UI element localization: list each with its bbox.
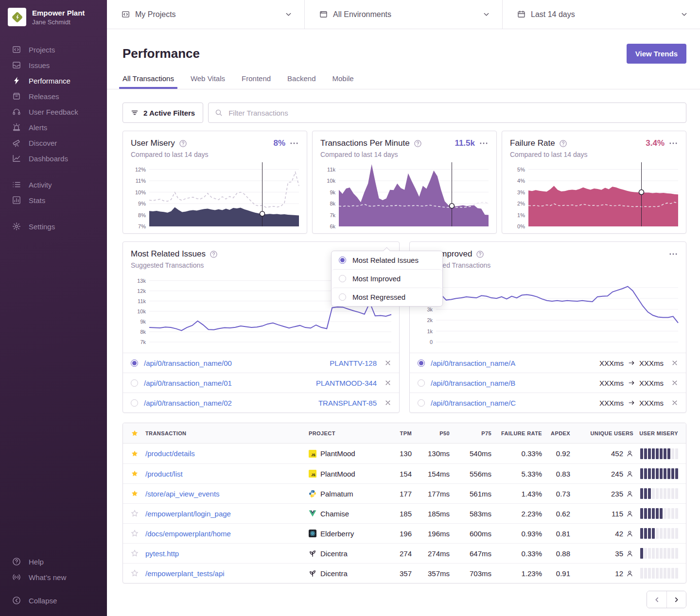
transaction-link[interactable]: /product/details (145, 449, 309, 458)
sidebar-item-alerts[interactable]: Alerts (0, 120, 107, 135)
tab-frontend[interactable]: Frontend (242, 74, 271, 89)
transaction-radio[interactable] (418, 359, 425, 367)
user-misery-menu-button[interactable] (289, 139, 299, 148)
misery-bar (667, 448, 670, 459)
unique-users-value: 235 (611, 490, 623, 498)
topbar: My Projects All Environments Last 14 day… (107, 0, 700, 29)
menu-item-most-improved[interactable]: Most Improved (332, 269, 442, 288)
date-range-dropdown[interactable]: Last 14 days (503, 0, 700, 29)
project-filter-dropdown[interactable]: My Projects (107, 0, 305, 29)
next-page-button[interactable] (666, 591, 686, 608)
list-item: /api/0/transaction_name/AXXXmsXXXms (410, 353, 686, 373)
remove-icon[interactable] (671, 359, 678, 366)
column-header-tpm[interactable]: TPM (381, 430, 412, 436)
transaction-radio[interactable] (131, 399, 138, 407)
transaction-link[interactable]: /api/0/transaction_name/B (431, 379, 594, 387)
favorite-star-icon[interactable] (131, 490, 145, 497)
help-icon[interactable] (179, 139, 187, 148)
star-outline-icon[interactable] (131, 510, 145, 517)
project-name: Dicentra (320, 549, 348, 558)
transaction-radio[interactable] (418, 399, 425, 407)
arrow-right-icon (628, 359, 635, 366)
column-header-transaction[interactable]: TRANSACTION (145, 430, 309, 436)
active-filters-button[interactable]: 2 Active Filters (122, 103, 203, 123)
transaction-radio[interactable] (418, 379, 425, 387)
sidebar-item-projects[interactable]: Projects (0, 42, 107, 57)
column-header-user-misery[interactable]: USER MISERY (633, 430, 678, 436)
issue-tag[interactable]: PLANTMOOD-344 (316, 379, 377, 387)
sidebar-item-what-s-new[interactable]: What’s new (0, 569, 107, 585)
environment-filter-dropdown[interactable]: All Environments (305, 0, 503, 29)
misery-bar (675, 508, 678, 519)
view-trends-button[interactable]: View Trends (627, 44, 686, 64)
sidebar-item-performance[interactable]: Performance (0, 73, 107, 88)
tab-backend[interactable]: Backend (287, 74, 315, 89)
table-row: /product/detailsJSPlantMood130130ms540ms… (123, 444, 686, 463)
transaction-link[interactable]: /product/list (145, 470, 309, 478)
tpm-menu-button[interactable] (479, 139, 489, 148)
sidebar: Empower Plant Jane Schmidt ProjectsIssue… (0, 0, 107, 616)
transaction-link[interactable]: /api/0/transaction_name/00 (144, 359, 324, 367)
remove-icon[interactable] (671, 379, 678, 386)
column-header-apdex[interactable]: APDEX (542, 430, 570, 436)
remove-icon[interactable] (385, 379, 391, 386)
transaction-link[interactable]: /api/0/transaction_name/A (431, 359, 594, 367)
sidebar-item-issues[interactable]: Issues (0, 57, 107, 73)
transaction-link[interactable]: /api/0/transaction_name/01 (144, 379, 310, 387)
user-icon (626, 570, 633, 577)
search-input[interactable] (208, 103, 686, 123)
star-outline-icon[interactable] (131, 549, 145, 557)
remove-icon[interactable] (385, 359, 391, 366)
remove-icon[interactable] (671, 399, 678, 406)
failure-rate-value: 1.23% (491, 569, 542, 578)
star-outline-icon[interactable] (131, 530, 145, 537)
column-header-failure-rate[interactable]: FAILURE RATE (491, 430, 542, 436)
failure-rate-menu-button[interactable] (668, 139, 678, 148)
sidebar-collapse-button[interactable]: Collapse (0, 593, 107, 608)
help-icon[interactable] (559, 139, 567, 148)
tab-mobile[interactable]: Mobile (332, 74, 353, 89)
column-header-p50[interactable]: P50 (412, 430, 450, 436)
sidebar-item-stats[interactable]: Stats (0, 192, 107, 208)
transaction-link[interactable]: /api/0/transaction_name/02 (144, 399, 313, 407)
help-icon[interactable] (210, 250, 218, 258)
column-header-p75[interactable]: P75 (450, 430, 491, 436)
remove-icon[interactable] (385, 399, 391, 406)
sidebar-item-settings[interactable]: Settings (0, 219, 107, 234)
help-icon[interactable] (414, 139, 422, 148)
sidebar-item-help[interactable]: Help (0, 554, 107, 569)
tab-all-transactions[interactable]: All Transactions (122, 74, 174, 89)
previous-page-button[interactable] (647, 591, 666, 608)
transaction-link[interactable]: pytest.http (145, 549, 309, 558)
transaction-link[interactable]: /api/0/transaction_name/C (431, 399, 594, 407)
sidebar-item-discover[interactable]: Discover (0, 135, 107, 151)
column-header-unique-users[interactable]: UNIQUE USERS (570, 430, 633, 436)
column-header-project[interactable]: PROJECT (309, 430, 381, 436)
transaction-link[interactable]: /store/api_view_events (145, 490, 309, 498)
user-misery-chart: 12%11%10%9%8%7% (131, 164, 299, 226)
help-icon[interactable] (476, 250, 484, 258)
transaction-link[interactable]: /empowerplant_tests/api (145, 569, 309, 578)
sidebar-item-dashboards[interactable]: Dashboards (0, 151, 107, 166)
menu-item-most-regressed[interactable]: Most Regressed (332, 288, 442, 306)
tpm-value: 11.5k (455, 138, 475, 148)
issue-tag[interactable]: TRANSPLANT-85 (318, 399, 377, 407)
star-outline-icon[interactable] (131, 569, 145, 577)
transaction-radio[interactable] (131, 359, 138, 367)
org-switcher[interactable]: Empower Plant Jane Schmidt (0, 8, 107, 26)
misery-bar (675, 568, 678, 579)
transaction-radio[interactable] (131, 379, 138, 387)
tab-web-vitals[interactable]: Web Vitals (191, 74, 225, 89)
most-improved-menu-button[interactable] (668, 250, 678, 258)
issue-tag[interactable]: PLANTTV-128 (330, 359, 377, 367)
sidebar-item-activity[interactable]: Activity (0, 177, 107, 192)
sidebar-item-releases[interactable]: Releases (0, 88, 107, 104)
transaction-link[interactable]: /empowerplant/login_page (145, 510, 309, 518)
user-icon (626, 470, 633, 478)
sidebar-item-user-feedback[interactable]: User Feedback (0, 104, 107, 120)
react-icon (309, 530, 316, 537)
transaction-link[interactable]: /docs/empowerplant/home (145, 530, 309, 538)
menu-item-most-related-issues[interactable]: Most Related Issues (332, 251, 442, 269)
favorite-star-icon[interactable] (131, 470, 145, 478)
favorite-star-icon[interactable] (131, 450, 145, 458)
